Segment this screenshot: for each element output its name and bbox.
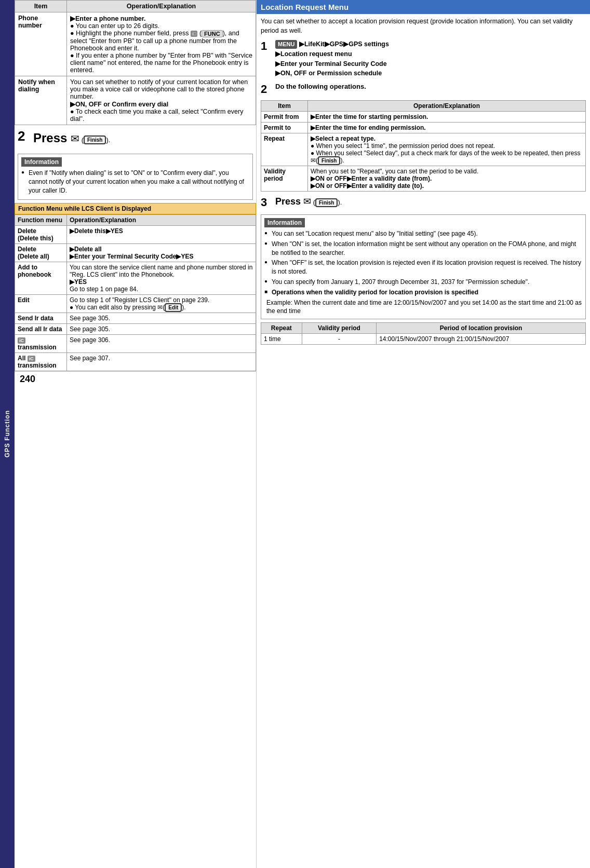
- sidebar: GPS Function: [0, 0, 15, 868]
- finish-button-3[interactable]: Finish: [315, 198, 338, 207]
- step3-content: Press ✉ (Finish).: [275, 196, 586, 207]
- delete-this-content: ▶Delete this▶YES: [67, 225, 256, 243]
- right-info-list: You can set "Location request menu" also…: [264, 229, 582, 297]
- list-item: When "ON" is set, the location informati…: [264, 240, 582, 257]
- send-ir-item: Send Ir data: [15, 313, 67, 323]
- table-row: Edit Go to step 1 of "Register LCS Clien…: [15, 294, 256, 313]
- bottom-header-period: Period of location provision: [377, 323, 586, 334]
- right-step-3: 3 Press ✉ (Finish).: [257, 194, 590, 211]
- list-item: Even if "Notify when dialing" is set to …: [21, 169, 249, 195]
- table-row: Delete(Delete this) ▶Delete this▶YES: [15, 225, 256, 243]
- table-row: Delete(Delete all) ▶Delete all ▶Enter yo…: [15, 243, 256, 262]
- step2-heading-content: Do the following operations.: [275, 83, 586, 90]
- permit-from-item: Permit from: [261, 112, 308, 123]
- step1-line3: ▶Enter your Terminal Security Code: [275, 59, 586, 69]
- table-row: Permit from ▶Enter the time for starting…: [261, 112, 586, 123]
- notify-bullet: ● To check each time you make a call, se…: [70, 108, 243, 123]
- sidebar-label: GPS Function: [4, 410, 11, 457]
- func-table: Function menu Operation/Explanation Dele…: [15, 214, 256, 371]
- page-footer: 240: [15, 371, 256, 387]
- edit-item: Edit: [15, 294, 67, 313]
- right-step-1: 1 MENU ▶LifeKit▶GPS▶GPS settings ▶Locati…: [257, 37, 590, 80]
- repeat-content: ▶Select a repeat type. ● When you select…: [308, 133, 586, 166]
- mail-icon-3: ✉: [311, 157, 316, 164]
- right-column: Location Request Menu You can set whethe…: [257, 0, 590, 868]
- repeat-item: Repeat: [261, 133, 308, 166]
- step-2-row: 2 Press ✉ (Finish).: [15, 125, 256, 151]
- step-2-num: 2: [18, 129, 30, 143]
- inner-table-header-item: Item: [261, 101, 308, 112]
- step3-press: Press: [275, 196, 303, 207]
- add-phonebook-content: You can store the service client name an…: [67, 262, 256, 294]
- table-row: 1 time - 14:00/15/Nov/2007 through 21:00…: [261, 334, 586, 345]
- delete-all-item: Delete(Delete all): [15, 243, 67, 262]
- phone-number-heading: ▶Enter a phone number.: [70, 15, 145, 22]
- bottom-header-validity: Validity period: [302, 323, 376, 334]
- info-list: Even if "Notify when dialing" is set to …: [21, 169, 249, 195]
- ir-trans-icon: iC: [18, 337, 25, 344]
- repeat-bullet1: ● When you select "1 time", the permissi…: [311, 142, 495, 150]
- send-all-ir-content: See page 305.: [67, 323, 256, 334]
- table-row: Validity period When you set to "Repeat"…: [261, 166, 586, 192]
- permit-from-content: ▶Enter the time for starting permission.: [308, 112, 586, 123]
- main-table-header-op: Operation/Explanation: [67, 1, 256, 12]
- finish-button-2[interactable]: Finish: [318, 156, 340, 165]
- notify-content: You can set whether to notify of your cu…: [67, 76, 256, 125]
- step1-content: MENU ▶LifeKit▶GPS▶GPS settings ▶Location…: [275, 39, 586, 78]
- delete-all-text1: ▶Delete all: [70, 246, 102, 253]
- table-row: iC transmission See page 306.: [15, 334, 256, 352]
- right-inner-table: Item Operation/Explanation Permit from ▶…: [261, 100, 586, 192]
- table-row: Add to phonebook You can store the servi…: [15, 262, 256, 294]
- right-info-box: Information You can set "Location reques…: [261, 214, 586, 319]
- repeat-bullet2: ● When you select "Select day", put a ch…: [311, 150, 580, 164]
- add-phonebook-yes: ▶YES: [70, 278, 87, 286]
- finish-button[interactable]: Finish: [84, 135, 106, 144]
- add-phonebook-goto: Go to step 1 on page 84.: [70, 286, 138, 293]
- validity-to: ▶ON or OFF▶Enter a validity date (to).: [311, 182, 424, 189]
- step2-num: 2: [261, 83, 272, 96]
- step1-line1: MENU ▶LifeKit▶GPS▶GPS settings: [275, 39, 586, 49]
- validity-period-item: Validity period: [261, 166, 308, 192]
- edit-button[interactable]: Edit: [165, 303, 182, 312]
- inner-table-header-op: Operation/Explanation: [308, 101, 586, 112]
- validity-period-content: When you set to "Repeat", you can set th…: [308, 166, 586, 192]
- bullet-2: ● Highlight the phone number field, pres…: [70, 30, 239, 52]
- ir-transmission-item: iC transmission: [15, 334, 67, 352]
- validity-text: When you set to "Repeat", you can set th…: [311, 168, 478, 175]
- info-box: Information Even if "Notify when dialing…: [18, 154, 253, 199]
- permit-to-content: ▶Enter the time for ending permission.: [308, 123, 586, 133]
- main-table: Item Operation/Explanation Phonenumber ▶…: [15, 0, 256, 125]
- notify-bold: ▶ON, OFF or Confirm every dial: [70, 101, 168, 108]
- right-step-2-heading: 2 Do the following operations.: [257, 80, 590, 98]
- table-row: Send Ir data See page 305.: [15, 313, 256, 323]
- edit-also: ● You can edit also by pressing ✉(Edit).: [70, 304, 186, 311]
- left-column: Item Operation/Explanation Phonenumber ▶…: [15, 0, 257, 868]
- edit-text: Go to step 1 of "Register LCS Client" on…: [70, 296, 209, 304]
- table-row: Send all Ir data See page 305.: [15, 323, 256, 334]
- list-item-bold: Operations when the validity period for …: [264, 288, 582, 297]
- all-ir-transmission-item: All iC transmission: [15, 352, 67, 371]
- table-row: Repeat ▶Select a repeat type. ● When you…: [261, 133, 586, 166]
- bullet-1: ● You can enter up to 26 digits.: [70, 22, 159, 30]
- table-row: Phonenumber ▶Enter a phone number. ● You…: [15, 12, 256, 76]
- list-item: You can set "Location request menu" also…: [264, 229, 582, 238]
- info-box-title: Information: [21, 157, 62, 167]
- notify-item: Notify when dialing: [15, 76, 67, 125]
- func-table-header-menu: Function menu: [15, 214, 67, 225]
- main-table-header-item: Item: [15, 1, 67, 12]
- delete-this-item: Delete(Delete this): [15, 225, 67, 243]
- list-item: You can specify from January 1, 2007 thr…: [264, 278, 582, 287]
- repeat-bold: ▶Select a repeat type.: [311, 135, 376, 142]
- func-table-header-op: Operation/Explanation: [67, 214, 256, 225]
- bottom-table: Repeat Validity period Period of locatio…: [261, 322, 586, 345]
- notify-text: You can set whether to notify of your cu…: [70, 78, 248, 100]
- delete-all-content: ▶Delete all ▶Enter your Terminal Securit…: [67, 243, 256, 262]
- step1-line2: ▶Location request menu: [275, 49, 586, 59]
- step3-num: 3: [261, 196, 272, 209]
- phone-number-content: ▶Enter a phone number. ● You can enter u…: [67, 12, 256, 76]
- step-2-content: Press ✉ (Finish).: [33, 129, 253, 147]
- right-info-title: Information: [264, 218, 305, 227]
- add-phonebook-text: You can store the service client name an…: [70, 264, 252, 278]
- list-item: When "OFF" is set, the location provisio…: [264, 259, 582, 276]
- page-number: 240: [20, 374, 35, 384]
